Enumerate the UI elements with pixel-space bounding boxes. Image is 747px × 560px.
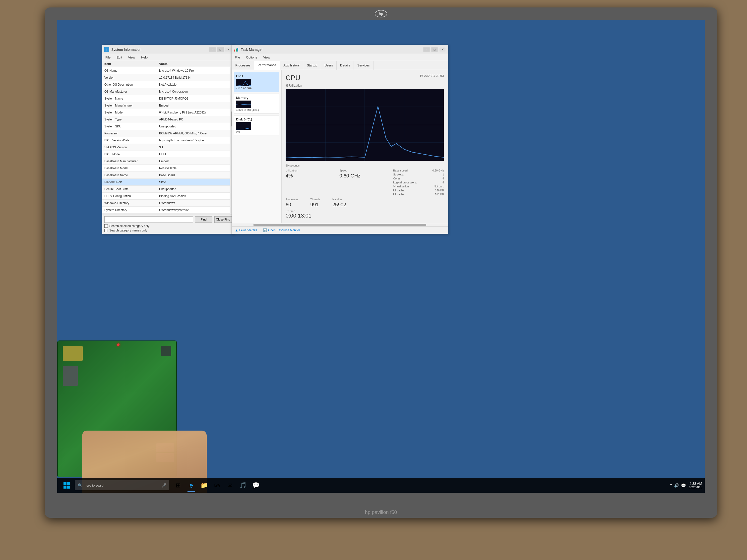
table-row[interactable]: System SKU Unsupported	[102, 123, 230, 130]
cell-value: DESKTOP-J6MOPQ2	[157, 96, 230, 101]
cpu-utilization-label: % Utilization	[286, 84, 444, 87]
search-options: Search selected category only Search cat…	[104, 224, 232, 232]
cell-value: BCM2837 ARMv8, 600 Mhz, 4 Core	[157, 131, 230, 136]
taskview-icon: ⊞	[176, 482, 181, 489]
menu-file[interactable]: File	[104, 55, 111, 60]
taskbar-search[interactable]: 🔍 here to search 🎤	[75, 480, 169, 490]
tab-performance[interactable]: Performance	[254, 61, 280, 70]
network-icon[interactable]: ^	[670, 483, 672, 487]
table-row[interactable]: System Directory C:\Windows\system32	[102, 207, 230, 214]
table-row[interactable]: System Model 64-bit Raspberry Pi 3 (rev.…	[102, 109, 230, 116]
table-row[interactable]: OS Manufacturer Microsoft Corporation	[102, 88, 230, 95]
taskman-menu-options[interactable]: Options	[245, 55, 258, 60]
microphone-icon[interactable]: 🎤	[161, 483, 166, 488]
l1-cache-label: L1 cache:	[393, 189, 405, 192]
checkbox-category[interactable]	[104, 224, 108, 228]
messaging-icon: 💬	[252, 482, 260, 489]
table-row[interactable]: System Manufacturer Embest	[102, 102, 230, 109]
virtualization-row: Virtualization: Not ca...	[393, 185, 444, 188]
volume-icon[interactable]: 🔊	[674, 483, 679, 488]
resource-item-cpu[interactable]: CPU 4% 0.60 GHz	[234, 72, 279, 92]
table-row[interactable]: Processor BCM2837 ARMv8, 600 Mhz, 4 Core	[102, 130, 230, 137]
cell-item: Version	[102, 75, 157, 80]
windows-icon	[63, 482, 70, 489]
cpu-model: BCM2837 ARM	[420, 74, 444, 78]
table-row[interactable]: System Name DESKTOP-J6MOPQ2	[102, 95, 230, 102]
l2-cache-row: L2 cache: 512 KB	[393, 193, 444, 196]
resource-item-memory[interactable]: Memory 406/938 MB (43%)	[234, 94, 279, 114]
stat-utilization: Utilization 4%	[286, 169, 336, 196]
table-row[interactable]: BaseBoard Manufacturer Embest	[102, 158, 230, 165]
checkbox-names[interactable]	[104, 229, 108, 232]
store-button[interactable]: 🛍	[211, 478, 223, 492]
cell-item: System Directory	[102, 208, 157, 213]
horizontal-scrollbar[interactable]	[232, 223, 448, 226]
table-row[interactable]: Secure Boot State Unsupported	[102, 186, 230, 193]
messaging-button[interactable]: 💬	[250, 478, 262, 492]
tab-users[interactable]: Users	[321, 61, 337, 70]
close-button[interactable]: ✕	[225, 47, 232, 52]
table-row[interactable]: Platform Role Slate	[102, 179, 230, 186]
logical-processors-value: 4	[442, 181, 444, 184]
table-row[interactable]: Other OS Description Not Available	[102, 81, 230, 88]
groove-button[interactable]: 🎵	[237, 478, 249, 492]
table-row[interactable]: SMBIOS Version 3.1	[102, 144, 230, 151]
tab-services[interactable]: Services	[354, 61, 374, 70]
taskman-minimize-button[interactable]: –	[423, 47, 430, 52]
table-row[interactable]: BaseBoard Name Base Board	[102, 172, 230, 179]
cell-item: System Manufacturer	[102, 103, 157, 108]
taskman-maximize-button[interactable]: □	[431, 47, 438, 52]
close-find-button[interactable]: Close Find	[214, 216, 232, 223]
table-row[interactable]: BIOS Version/Date https://github.org/and…	[102, 137, 230, 144]
base-speed-label: Base speed:	[393, 169, 408, 172]
tab-app-history[interactable]: App history	[280, 61, 303, 70]
cpu-title: CPU	[286, 74, 300, 82]
minimize-button[interactable]: –	[209, 47, 216, 52]
menu-view[interactable]: View	[127, 55, 136, 60]
find-button[interactable]: Find	[195, 216, 212, 223]
notification-icon[interactable]: 💬	[681, 483, 686, 488]
uptime-value: 0:00:13:01	[286, 213, 444, 219]
tab-processes[interactable]: Processes	[232, 61, 254, 70]
taskman-menu-view[interactable]: View	[262, 55, 271, 60]
table-row[interactable]: OS Name Microsoft Windows 10 Pro	[102, 67, 230, 74]
resource-item-disk0(c:)[interactable]: Disk 0 (C:) 0%	[234, 115, 279, 135]
l1-cache-value: 256 KB	[435, 189, 444, 192]
column-item-header: Item	[104, 62, 159, 66]
option-names-label: Search category names only	[109, 229, 147, 232]
edge-button[interactable]: e	[185, 478, 197, 492]
logical-processors-label: Logical processors:	[393, 181, 417, 184]
explorer-button[interactable]: 📁	[198, 478, 210, 492]
clock[interactable]: 4:38 AM 6/22/2018	[689, 482, 702, 489]
cores-row: Cores: 4	[393, 177, 444, 180]
taskman-menu-file[interactable]: File	[234, 55, 241, 60]
maximize-button[interactable]: □	[217, 47, 224, 52]
table-row[interactable]: System Type ARM64-based PC	[102, 116, 230, 123]
resource-monitor-label: Open Resource Monitor	[268, 229, 300, 232]
tab-details[interactable]: Details	[337, 61, 354, 70]
table-row[interactable]: PCR7 Configuration Binding Not Possible	[102, 193, 230, 199]
table-row[interactable]: Version 10.0.17134 Build 17134	[102, 74, 230, 81]
resource-monitor-link[interactable]: 🔄 Open Resource Monitor	[263, 228, 300, 232]
search-input[interactable]	[104, 216, 193, 223]
taskview-button[interactable]: ⊞	[172, 478, 184, 492]
monitor-brand: hp pavilion f50	[365, 509, 397, 515]
mail-button[interactable]: ✉	[224, 478, 236, 492]
table-row[interactable]: BaseBoard Model Not Available	[102, 165, 230, 172]
option-category-only[interactable]: Search selected category only	[104, 224, 232, 228]
fewer-details-link[interactable]: ▲ Fewer details	[235, 228, 257, 232]
start-button[interactable]	[60, 478, 74, 492]
menu-edit[interactable]: Edit	[115, 55, 123, 60]
taskman-close-button[interactable]: ✕	[439, 47, 446, 52]
cell-item: PCR7 Configuration	[102, 194, 157, 198]
taskman-window: Task Manager – □ ✕ File Options View Pro…	[232, 45, 448, 234]
option-names-only[interactable]: Search category names only	[104, 229, 232, 232]
systray: ^ 🔊 💬	[670, 483, 686, 488]
sysinfo-controls[interactable]: – □ ✕	[209, 47, 232, 52]
table-row[interactable]: Windows Directory C:\Windows	[102, 199, 230, 207]
menu-help[interactable]: Help	[140, 55, 149, 60]
taskman-controls[interactable]: – □ ✕	[423, 47, 446, 52]
store-icon: 🛍	[214, 482, 220, 489]
table-row[interactable]: BIOS Mode UEFI	[102, 151, 230, 158]
tab-startup[interactable]: Startup	[303, 61, 321, 70]
